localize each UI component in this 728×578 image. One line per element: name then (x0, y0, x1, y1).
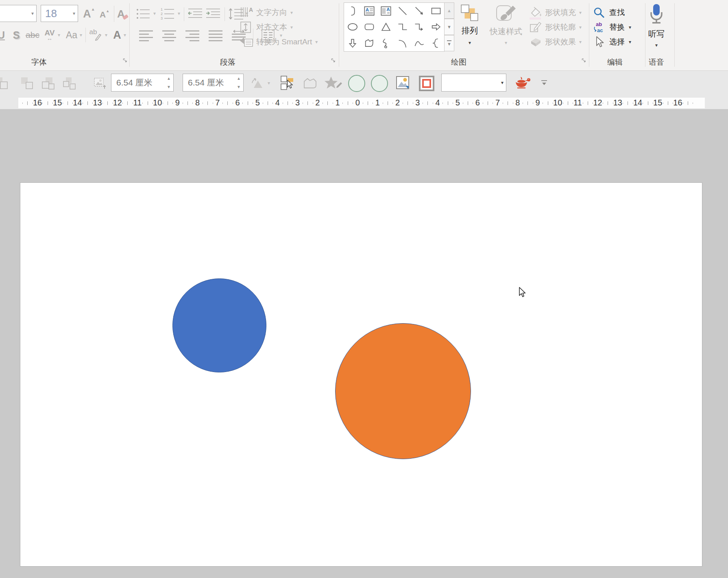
chevron-down-icon[interactable]: ▾ (31, 11, 34, 16)
line-arrow-gallery-item[interactable] (411, 3, 427, 19)
oval-gallery-item[interactable] (344, 19, 361, 35)
gallery-more-button[interactable]: ▼ (444, 35, 454, 51)
ruler-tick (433, 103, 433, 104)
orange-circle[interactable] (335, 323, 471, 459)
elbow-arrow-connector-gallery-item[interactable] (411, 19, 427, 35)
font-size-combo[interactable]: 18 ▾ (41, 5, 78, 22)
chevron-down-icon[interactable]: ▾ (80, 33, 82, 37)
grow-font-button[interactable]: A ▲ (82, 6, 96, 22)
selection-pane-icon[interactable] (280, 75, 296, 92)
increase-indent-button[interactable] (205, 7, 221, 21)
shape-width-spinner[interactable]: 6.54 厘米 ▲ ▼ (111, 74, 174, 92)
order-objects-icon[interactable] (0, 76, 10, 91)
chevron-down-icon[interactable]: ▾ (501, 80, 503, 85)
line-gallery-item[interactable] (394, 3, 411, 19)
spin-down-icon[interactable]: ▼ (237, 85, 241, 89)
slide[interactable] (20, 182, 702, 567)
quick-styles-button[interactable]: 快速样式 ▾ (485, 2, 527, 52)
spin-down-icon[interactable]: ▼ (167, 85, 171, 89)
down-triangle-icon: ▼ (447, 25, 451, 29)
spin-up-icon[interactable]: ▲ (237, 76, 241, 81)
genie-lamp-icon[interactable] (513, 76, 531, 90)
ruler-tick (442, 103, 443, 104)
align-right-button[interactable] (183, 28, 201, 44)
font-name-combo[interactable]: ▾ (0, 5, 37, 22)
strikethrough-button[interactable]: abc (24, 27, 41, 43)
bring-forward-icon[interactable] (41, 76, 56, 91)
font-group-label: 字体 (19, 57, 59, 68)
down-arrow-gallery-item[interactable] (344, 35, 361, 51)
shape-fill-button[interactable]: 形状填充 ▾ (530, 6, 582, 20)
edit-shape-icon[interactable] (303, 77, 318, 90)
insert-shapes-icon[interactable] (324, 76, 342, 92)
paragraph-dialog-launcher[interactable] (330, 57, 336, 63)
oval-tool-icon[interactable] (348, 75, 365, 92)
drawing-dialog-launcher[interactable] (581, 57, 587, 63)
shape-outline-button[interactable]: 形状轮廓 ▾ (530, 20, 582, 34)
change-case-button[interactable]: Aa (64, 27, 79, 43)
rounded-rectangle-gallery-item[interactable] (361, 19, 377, 35)
toolbar-overflow-icon[interactable] (540, 79, 548, 87)
spin-up-icon[interactable]: ▲ (167, 76, 171, 81)
shape-height-spinner[interactable]: 6.54 厘米 ▲ ▼ (183, 74, 244, 92)
text-box-gallery-item[interactable]: A (361, 3, 377, 19)
right-arrow-gallery-item[interactable] (427, 19, 444, 35)
rotate-objects-icon[interactable] (250, 77, 265, 90)
ruler-tick (468, 101, 468, 105)
picture-border-icon[interactable] (418, 75, 435, 92)
dictate-button[interactable]: 听写 ▾ (643, 2, 670, 52)
chevron-down-icon[interactable]: ▾ (124, 33, 126, 37)
isosceles-triangle-gallery-item[interactable] (377, 19, 394, 35)
arrange-button[interactable]: 排列 ▾ (456, 2, 483, 52)
curve-gallery-item[interactable] (411, 35, 427, 51)
bring-to-front-icon[interactable] (62, 76, 77, 91)
decrease-indent-button[interactable] (187, 7, 203, 21)
chevron-down-icon[interactable]: ▾ (73, 11, 75, 16)
elbow-connector-gallery-item[interactable] (394, 19, 411, 35)
arc-gallery-item[interactable] (394, 35, 411, 51)
chevron-down-icon[interactable]: ▾ (153, 11, 156, 16)
chevron-down-icon[interactable]: ▾ (268, 81, 270, 85)
text-shadow-button[interactable]: S (11, 27, 22, 43)
numbering-button[interactable]: 1 2 3 (159, 7, 177, 21)
gallery-scroll-down-button[interactable]: ▼ (444, 19, 454, 35)
align-text-button[interactable]: 对齐文本 ▾ (240, 20, 293, 34)
send-backward-icon[interactable] (20, 76, 35, 91)
left-brace-gallery-item[interactable] (427, 35, 444, 51)
justify-button[interactable] (207, 28, 225, 44)
vertical-text-box-gallery-item[interactable]: A (377, 3, 394, 19)
scribble-gallery-item[interactable] (377, 35, 394, 51)
text-direction-button[interactable]: A 文字方向 ▾ (240, 6, 293, 20)
style-combo[interactable]: ▾ (441, 74, 506, 92)
justify-icon (208, 29, 223, 42)
highlight-button[interactable]: ab (89, 27, 103, 43)
ruler-number: 2 (395, 98, 400, 107)
freeform-gallery-item[interactable] (361, 35, 377, 51)
font-color-button[interactable]: A (111, 27, 123, 43)
replace-button[interactable]: ab ac 替换 ▾ (593, 20, 631, 34)
shrink-font-button[interactable]: A ▲ (98, 7, 111, 22)
rectangle-gallery-item[interactable] (427, 3, 444, 19)
clear-formatting-button[interactable]: A (117, 6, 130, 22)
gallery-scroll-up-button[interactable]: ▲ (444, 2, 454, 19)
chevron-down-icon[interactable]: ▾ (178, 11, 180, 16)
find-button[interactable]: 查找 (593, 6, 625, 20)
right-brace-gallery-item[interactable] (344, 3, 361, 19)
blue-circle[interactable] (172, 278, 266, 372)
find-icon (593, 7, 605, 19)
shape-effects-button[interactable]: 形状效果 ▾ (530, 35, 582, 49)
chevron-down-icon[interactable]: ▾ (105, 33, 107, 37)
underline-button[interactable]: U (0, 27, 6, 43)
ruler-tick (342, 103, 343, 104)
crop-picture-icon[interactable] (93, 77, 107, 90)
align-center-button[interactable] (160, 28, 178, 44)
convert-smartart-button[interactable]: 转换为 SmartArt ▾ (239, 35, 318, 49)
character-spacing-button[interactable]: AV ↔ (42, 27, 57, 43)
bullets-button[interactable] (135, 7, 152, 21)
align-left-button[interactable] (137, 28, 155, 44)
change-picture-icon[interactable] (395, 75, 412, 92)
chevron-down-icon[interactable]: ▾ (58, 33, 60, 37)
font-dialog-launcher[interactable] (122, 57, 128, 63)
select-button[interactable]: 选择 ▾ (593, 35, 631, 49)
oval-tool-icon[interactable] (371, 75, 388, 92)
